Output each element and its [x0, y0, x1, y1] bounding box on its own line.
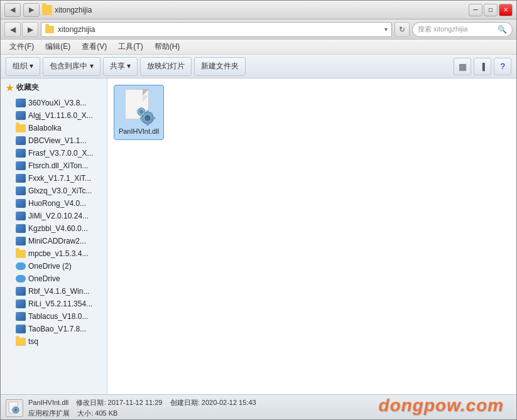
search-placeholder: 搜索 xitongzhijia — [418, 24, 495, 34]
star-icon: ★ — [6, 83, 14, 93]
menu-tools[interactable]: 工具(T) — [113, 40, 148, 53]
maximize-button[interactable]: □ — [484, 4, 498, 16]
window-controls: ─ □ ✕ — [469, 4, 513, 16]
preview-pane-button[interactable]: ▐ — [474, 58, 491, 75]
refresh-button[interactable]: ↻ — [395, 22, 410, 37]
svg-rect-15 — [144, 111, 146, 113]
sidebar-item-tablacus[interactable]: Tablacus_V18.0... — [1, 310, 107, 323]
back-button[interactable]: ◀ — [4, 3, 21, 17]
svg-rect-13 — [141, 114, 143, 116]
sidebar-item-rbf[interactable]: Rbf_V4.1.6_Win... — [1, 285, 107, 298]
sidebar-item-glxzq[interactable]: Glxzq_V3.0_XiTc... — [1, 185, 107, 197]
status-info: PanIHVInt.dll 修改日期: 2017-11-12 11:29 创建日… — [28, 398, 256, 418]
sidebar-item-kgzbbl[interactable]: Kgzbbl_V4.60.0... — [1, 222, 107, 235]
window-title: xitongzhijia — [55, 6, 92, 14]
sidebar-item-huorong[interactable]: HuoRong_V4.0... — [1, 197, 107, 210]
title-folder-icon — [42, 5, 52, 15]
svg-point-18 — [14, 409, 17, 411]
cloud-icon — [16, 262, 26, 270]
status-line-2: 应用程序扩展 大小: 405 KB — [28, 409, 256, 418]
minimize-button[interactable]: ─ — [469, 4, 482, 16]
svg-rect-21 — [12, 409, 13, 411]
folder-icon — [16, 124, 26, 132]
forward-button[interactable]: ▶ — [23, 3, 40, 17]
file-area[interactable]: PanIHVInt.dll — [107, 78, 516, 394]
back-arrow-button[interactable]: ◀ — [4, 22, 21, 37]
svg-rect-20 — [15, 412, 16, 414]
status-file-icon — [6, 399, 23, 417]
svg-rect-2 — [147, 110, 149, 113]
exe-icon — [16, 237, 26, 245]
address-bar: ◀ ▶ xitongzhijia ▾ ↻ 搜索 xitongzhijia 🔍 — [1, 19, 516, 40]
exe-icon — [16, 149, 26, 158]
svg-rect-4 — [140, 117, 143, 119]
sidebar-item-dbcview[interactable]: DBCView_V1.1... — [1, 134, 107, 147]
path-folder-icon — [45, 26, 54, 33]
sidebar-item-onedrive[interactable]: OneDrive — [1, 272, 107, 285]
menu-file[interactable]: 文件(F) — [4, 40, 39, 53]
slideshow-button[interactable]: 放映幻灯片 — [140, 57, 192, 76]
close-button[interactable]: ✕ — [499, 4, 513, 16]
menu-edit[interactable]: 编辑(E) — [40, 40, 75, 53]
title-bar-left: ◀ ▶ xitongzhijia — [4, 3, 92, 17]
status-modified-value: 2017-11-12 11:29 — [108, 399, 163, 406]
path-box[interactable]: xitongzhijia ▾ — [41, 22, 392, 37]
exe-icon — [16, 312, 26, 321]
exe-icon — [16, 287, 26, 296]
help-button[interactable]: ? — [494, 58, 511, 75]
cloud-icon — [16, 275, 26, 283]
status-bar: PanIHVInt.dll 修改日期: 2017-11-12 11:29 创建日… — [1, 394, 516, 420]
organize-button[interactable]: 组织 ▾ — [6, 57, 40, 76]
search-box[interactable]: 搜索 xitongzhijia 🔍 — [412, 22, 513, 37]
add-to-library-button[interactable]: 包含到库中 ▾ — [43, 57, 100, 76]
status-filename: PanIHVInt.dll — [28, 399, 68, 406]
exe-icon — [16, 325, 26, 333]
exe-icon — [16, 212, 26, 220]
exe-icon — [16, 174, 26, 183]
path-dropdown-arrow[interactable]: ▾ — [384, 26, 388, 33]
exe-icon — [16, 299, 26, 308]
sidebar-item-algj[interactable]: Algj_V1.11.6.0_X... — [1, 109, 107, 122]
svg-rect-19 — [15, 406, 16, 407]
search-icon[interactable]: 🔍 — [498, 25, 507, 34]
svg-point-11 — [140, 110, 143, 114]
sidebar-item-balabolka[interactable]: Balabolka — [1, 122, 107, 134]
exe-icon — [16, 161, 26, 170]
exe-icon — [16, 111, 26, 120]
status-modified-label: 修改日期: — [76, 399, 106, 406]
sidebar-item-ftsrch[interactable]: Ftsrch.dll_XiTon... — [1, 159, 107, 172]
file-item-panihvint[interactable]: PanIHVInt.dll — [114, 85, 164, 140]
menu-help[interactable]: 帮助(H) — [150, 40, 185, 53]
svg-rect-5 — [153, 117, 155, 119]
new-folder-button[interactable]: 新建文件夹 — [194, 57, 246, 76]
exe-icon — [16, 99, 26, 107]
sidebar-item-minicad[interactable]: MiniCADDraw2... — [1, 235, 107, 247]
status-created-value: 2020-02-12 15:43 — [202, 399, 256, 406]
content-area: ★ 收藏夹 360YouXi_V3.8... Algj_V1.11.6.0_X.… — [1, 78, 516, 394]
view-options-button[interactable]: ▦ — [454, 58, 471, 75]
forward-arrow-button[interactable]: ▶ — [22, 22, 38, 37]
sidebar-item-jimi[interactable]: JiMi_V2.0.10.24... — [1, 210, 107, 222]
sidebar-section-label: 收藏夹 — [16, 82, 39, 93]
exe-icon — [16, 186, 26, 195]
sidebar-item-fxxk[interactable]: Fxxk_V1.7.1_XiT... — [1, 172, 107, 185]
sidebar-item-onedrive2[interactable]: OneDrive (2) — [1, 260, 107, 272]
menu-view[interactable]: 查看(V) — [77, 40, 112, 53]
path-text: xitongzhijia — [58, 25, 381, 34]
sidebar-item-mpcbe[interactable]: mpcbe_v1.5.3.4... — [1, 247, 107, 260]
sidebar-item-frasf[interactable]: Frasf_V3.7.0.0_X... — [1, 147, 107, 159]
sidebar-favorites-header[interactable]: ★ 收藏夹 — [1, 78, 107, 97]
svg-rect-14 — [137, 111, 139, 113]
share-button[interactable]: 共享 ▾ — [103, 57, 138, 76]
status-created-label: 创建日期: — [170, 399, 200, 406]
sidebar-item-taobao[interactable]: TaoBao_V1.7.8... — [1, 323, 107, 335]
svg-rect-3 — [147, 123, 149, 126]
status-type: 应用程序扩展 — [28, 409, 70, 417]
sidebar-item-tsq[interactable]: tsq — [1, 335, 107, 348]
nav-arrows: ◀ ▶ — [4, 22, 38, 37]
folder-icon — [16, 338, 26, 346]
sidebar-item-rili[interactable]: RiLi_V5.2.11.354... — [1, 298, 107, 310]
svg-rect-12 — [141, 107, 143, 109]
exe-icon — [16, 199, 26, 208]
sidebar-item-360youxi[interactable]: 360YouXi_V3.8... — [1, 97, 107, 109]
